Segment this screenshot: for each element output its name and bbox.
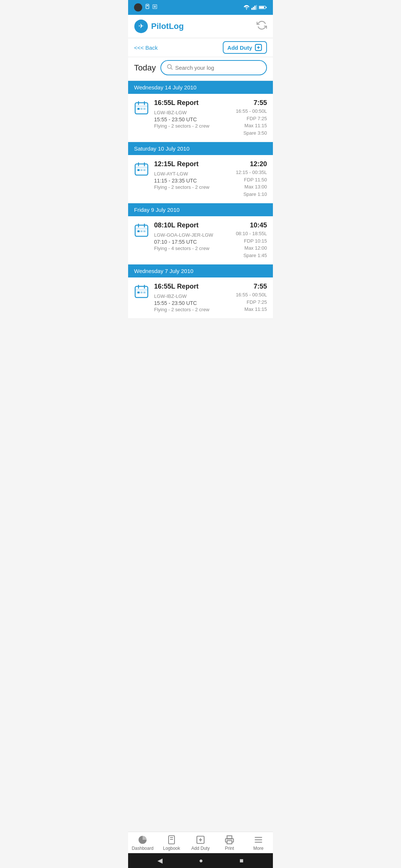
duty-route: LGW-GOA-LGW-JER-LGW <box>154 232 213 238</box>
svg-rect-44 <box>143 292 146 293</box>
duty-route: LGW-AYT-LGW <box>154 171 188 177</box>
svg-rect-36 <box>140 230 143 232</box>
svg-rect-25 <box>135 167 148 168</box>
today-search-bar: Today <box>128 57 273 81</box>
duty-route: LGW-IBZ-LGW <box>154 110 187 115</box>
calendar-icon <box>134 223 149 239</box>
svg-point-15 <box>167 65 172 69</box>
duty-report-time: 16:55L Report <box>154 99 199 107</box>
back-button[interactable]: <<< Back <box>134 45 158 51</box>
svg-rect-42 <box>137 292 140 293</box>
svg-rect-30 <box>143 169 146 171</box>
duty-info-0-0: 16:55L Report LGW-IBZ-LGW 15:55 - 23:50 … <box>154 99 231 129</box>
plus-icon <box>254 43 263 52</box>
duty-info-3-0: 16:55L Report LGW-IBZ-LGW 15:55 - 23:50 … <box>154 283 231 312</box>
svg-rect-22 <box>140 108 143 110</box>
svg-rect-37 <box>143 230 146 232</box>
svg-rect-4 <box>253 7 254 10</box>
svg-rect-43 <box>140 292 143 293</box>
svg-rect-8 <box>259 6 264 8</box>
duty-total: 7:55 <box>236 283 267 290</box>
svg-line-16 <box>171 68 172 69</box>
status-bar <box>128 0 273 15</box>
duty-report-time: 16:55L Report <box>154 283 199 290</box>
svg-text:✈: ✈ <box>138 23 144 30</box>
logo-container: ✈ PilotLog <box>134 19 184 33</box>
search-icon <box>166 63 173 72</box>
svg-rect-28 <box>137 169 140 171</box>
duty-report-time: 12:15L Report <box>154 160 199 168</box>
sync-icon[interactable] <box>257 20 267 33</box>
duty-times-detail: 12:15 - 00:35L FDP 11:50 Max 13:00 Spare… <box>236 169 267 198</box>
svg-rect-18 <box>135 105 148 107</box>
duty-times-1-0: 12:20 12:15 - 00:35L FDP 11:50 Max 13:00… <box>236 160 267 198</box>
duty-entry-0-0[interactable]: 16:55L Report LGW-IBZ-LGW 15:55 - 23:50 … <box>128 94 273 142</box>
svg-rect-32 <box>135 228 148 230</box>
calendar-icon <box>134 162 149 178</box>
section-header-3: Wednesday 7 July 2010 <box>128 264 273 277</box>
svg-rect-21 <box>137 108 140 110</box>
duty-total: 7:55 <box>236 99 267 107</box>
search-input[interactable] <box>175 65 261 71</box>
duty-details: Flying - 2 sectors - 2 crew <box>154 307 231 312</box>
duty-info-2-0: 08:10L Report LGW-GOA-LGW-JER-LGW 07:10 … <box>154 221 231 251</box>
duty-details: Flying - 2 sectors - 2 crew <box>154 184 231 190</box>
svg-rect-29 <box>140 169 143 171</box>
svg-rect-23 <box>143 108 146 110</box>
section-header-0: Wednesday 14 July 2010 <box>128 81 273 94</box>
calendar-icon <box>134 101 149 117</box>
svg-rect-5 <box>254 6 255 10</box>
avatar <box>134 3 142 11</box>
app-title: PilotLog <box>151 22 184 31</box>
duty-utc: 15:55 - 23:50 UTC <box>154 300 231 306</box>
svg-rect-3 <box>251 8 252 10</box>
duty-entry-3-0[interactable]: 16:55L Report LGW-IBZ-LGW 15:55 - 23:50 … <box>128 277 273 319</box>
svg-rect-35 <box>137 230 140 232</box>
svg-point-2 <box>246 9 247 10</box>
duty-total: 12:20 <box>236 160 267 168</box>
duty-details: Flying - 4 sectors - 2 crew <box>154 246 231 251</box>
duty-times-detail: 08:10 - 18:55L FDP 10:15 Max 12:00 Spare… <box>236 230 267 259</box>
duty-utc: 07:10 - 17:55 UTC <box>154 239 231 245</box>
section-header-1: Saturday 10 July 2010 <box>128 142 273 155</box>
svg-rect-1 <box>147 5 148 6</box>
duty-times-2-0: 10:45 08:10 - 18:55L FDP 10:15 Max 12:00… <box>236 221 267 259</box>
duty-entry-2-0[interactable]: 08:10L Report LGW-GOA-LGW-JER-LGW 07:10 … <box>128 216 273 264</box>
app-logo-icon: ✈ <box>134 19 148 33</box>
svg-rect-39 <box>135 289 148 291</box>
duty-details: Flying - 2 sectors - 2 crew <box>154 123 231 129</box>
add-duty-label: Add Duty <box>227 45 252 51</box>
calendar-icon <box>134 284 149 300</box>
nav-bar: <<< Back Add Duty <box>128 38 273 57</box>
duty-entry-1-0[interactable]: 12:15L Report LGW-AYT-LGW 11:15 - 23:35 … <box>128 155 273 203</box>
svg-rect-0 <box>146 4 149 9</box>
duty-times-detail: 16:55 - 00:50L FDP 7:25 Max 11:15 <box>236 291 267 313</box>
svg-rect-9 <box>266 7 267 8</box>
main-content: Wednesday 14 July 2010 16:55L Report <box>128 81 273 363</box>
status-icons <box>144 4 158 11</box>
duty-route: LGW-IBZ-LGW <box>154 293 187 299</box>
duty-report-time: 08:10L Report <box>154 221 199 229</box>
duty-info-1-0: 12:15L Report LGW-AYT-LGW 11:15 - 23:35 … <box>154 160 231 190</box>
duty-utc: 11:15 - 23:35 UTC <box>154 178 231 184</box>
duty-times-3-0: 7:55 16:55 - 00:50L FDP 7:25 Max 11:15 <box>236 283 267 313</box>
app-header: ✈ PilotLog <box>128 15 273 38</box>
add-duty-button[interactable]: Add Duty <box>223 41 267 54</box>
duty-utc: 15:55 - 23:50 UTC <box>154 116 231 122</box>
duty-total: 10:45 <box>236 221 267 229</box>
duty-times-detail: 16:55 - 00:50L FDP 7:25 Max 11:15 Spare … <box>236 108 267 137</box>
search-bar[interactable] <box>160 60 267 75</box>
status-bar-right <box>243 5 267 10</box>
section-header-2: Friday 9 July 2010 <box>128 203 273 216</box>
svg-rect-6 <box>256 5 257 10</box>
duty-times-0-0: 7:55 16:55 - 00:50L FDP 7:25 Max 11:15 S… <box>236 99 267 137</box>
today-label: Today <box>134 63 156 73</box>
